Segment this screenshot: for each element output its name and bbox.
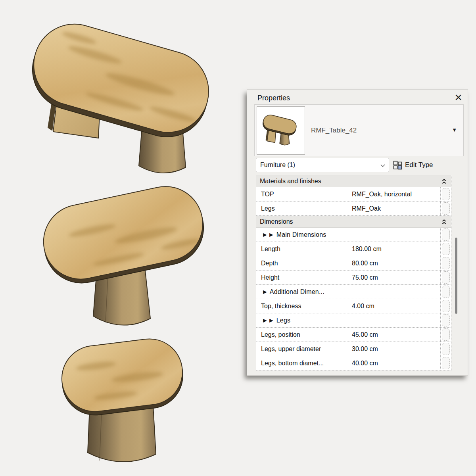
property-row: Top, thickness4.00 cm bbox=[256, 299, 451, 313]
property-row: Legs, bottom diamet...40.00 cm bbox=[256, 356, 451, 370]
property-label: ► Additional Dimen... bbox=[256, 285, 348, 299]
associate-parameter-button[interactable] bbox=[442, 343, 450, 355]
property-row: Height75.00 cm bbox=[256, 271, 451, 285]
property-row: ►► Main Dimensions bbox=[256, 228, 451, 242]
property-value[interactable]: 75.00 cm bbox=[348, 271, 441, 284]
property-label: Length bbox=[256, 242, 348, 256]
section-header[interactable]: Dimensions bbox=[256, 216, 451, 228]
property-value[interactable] bbox=[348, 228, 441, 242]
associate-parameter-button[interactable] bbox=[442, 188, 450, 200]
collapse-section-icon[interactable] bbox=[441, 178, 447, 184]
associate-button-cell bbox=[441, 256, 451, 270]
property-value[interactable]: 180.00 cm bbox=[348, 242, 441, 256]
property-label: Legs, bottom diamet... bbox=[256, 356, 348, 370]
property-value[interactable] bbox=[348, 285, 441, 299]
property-label: TOP bbox=[256, 187, 348, 201]
associate-button-cell bbox=[441, 187, 451, 201]
associate-button-cell bbox=[441, 299, 451, 313]
collapse-section-icon[interactable] bbox=[441, 219, 447, 225]
property-value[interactable]: 45.00 cm bbox=[348, 328, 441, 342]
property-value[interactable]: RMF_Oak bbox=[348, 202, 441, 215]
associate-parameter-button[interactable] bbox=[442, 202, 450, 215]
scrollbar-thumb[interactable] bbox=[455, 238, 457, 314]
edit-type-label: Edit Type bbox=[405, 161, 433, 169]
property-value[interactable]: 80.00 cm bbox=[348, 256, 441, 270]
property-label: Legs, position bbox=[256, 328, 348, 342]
type-dropdown-caret-icon[interactable]: ▼ bbox=[452, 127, 457, 133]
table-render-small bbox=[50, 335, 188, 470]
property-row: Legs, upper diameter30.00 cm bbox=[256, 342, 451, 356]
associate-button-cell bbox=[441, 285, 451, 299]
canvas: Properties × RMF_Table_42 ▼ Furniture ( bbox=[0, 0, 476, 476]
property-label: Top, thickness bbox=[256, 299, 348, 313]
property-label: Height bbox=[256, 271, 348, 284]
table-render-large bbox=[10, 4, 236, 190]
property-row: LegsRMF_Oak bbox=[256, 202, 451, 216]
property-grid: Materials and finishesTOPRMF_Oak, horizo… bbox=[256, 175, 451, 370]
close-icon[interactable]: × bbox=[455, 90, 462, 105]
property-row: Depth80.00 cm bbox=[256, 256, 451, 271]
associate-button-cell bbox=[441, 342, 451, 356]
table-thumbnail-icon bbox=[257, 107, 305, 154]
associate-parameter-button[interactable] bbox=[442, 328, 450, 341]
section-header-label: Dimensions bbox=[260, 218, 293, 225]
category-dropdown[interactable]: Furniture (1) bbox=[256, 158, 389, 172]
associate-parameter-button[interactable] bbox=[442, 357, 450, 369]
associate-parameter-button[interactable] bbox=[442, 286, 450, 298]
property-row: ► Additional Dimen... bbox=[256, 285, 451, 299]
associate-button-cell bbox=[441, 313, 451, 327]
associate-parameter-button[interactable] bbox=[442, 314, 450, 326]
associate-parameter-button[interactable] bbox=[442, 257, 450, 269]
associate-button-cell bbox=[441, 202, 451, 215]
associate-button-cell bbox=[441, 328, 451, 342]
property-value[interactable]: 40.00 cm bbox=[348, 356, 441, 370]
section-header[interactable]: Materials and finishes bbox=[256, 175, 451, 187]
property-row: ►► Legs bbox=[256, 313, 451, 328]
property-label: Legs, upper diameter bbox=[256, 342, 348, 356]
property-value[interactable] bbox=[348, 313, 441, 327]
property-row: Length180.00 cm bbox=[256, 242, 451, 256]
property-value[interactable]: 30.00 cm bbox=[348, 342, 441, 356]
family-thumbnail bbox=[257, 106, 305, 155]
property-row: TOPRMF_Oak, horizontal bbox=[256, 187, 451, 202]
property-label: ►► Legs bbox=[256, 313, 348, 327]
property-label: Depth bbox=[256, 256, 348, 270]
associate-button-cell bbox=[441, 356, 451, 370]
property-row: Legs, position45.00 cm bbox=[256, 328, 451, 342]
property-value[interactable]: RMF_Oak, horizontal bbox=[348, 187, 441, 201]
edit-type-icon bbox=[393, 161, 402, 170]
properties-panel: Properties × RMF_Table_42 ▼ Furniture ( bbox=[247, 89, 468, 376]
associate-button-cell bbox=[441, 242, 451, 256]
type-name: RMF_Table_42 bbox=[311, 105, 357, 156]
associate-button-cell bbox=[441, 271, 451, 284]
section-header-label: Materials and finishes bbox=[260, 178, 321, 185]
property-label: Legs bbox=[256, 202, 348, 215]
type-preview-box: RMF_Table_42 ▼ bbox=[254, 104, 464, 156]
associate-parameter-button[interactable] bbox=[442, 300, 450, 312]
property-label: ►► Main Dimensions bbox=[256, 228, 348, 242]
type-selector-row: Furniture (1) Edit Type bbox=[247, 158, 468, 172]
category-dropdown-value: Furniture (1) bbox=[260, 161, 295, 169]
chevron-down-icon bbox=[380, 164, 385, 167]
associate-parameter-button[interactable] bbox=[442, 243, 450, 255]
panel-title: Properties bbox=[257, 94, 290, 102]
associate-parameter-button[interactable] bbox=[442, 228, 450, 241]
table-render-medium bbox=[38, 180, 212, 335]
property-value[interactable]: 4.00 cm bbox=[348, 299, 441, 313]
associate-button-cell bbox=[441, 228, 451, 242]
edit-type-button[interactable]: Edit Type bbox=[392, 159, 435, 171]
associate-parameter-button[interactable] bbox=[442, 271, 450, 284]
